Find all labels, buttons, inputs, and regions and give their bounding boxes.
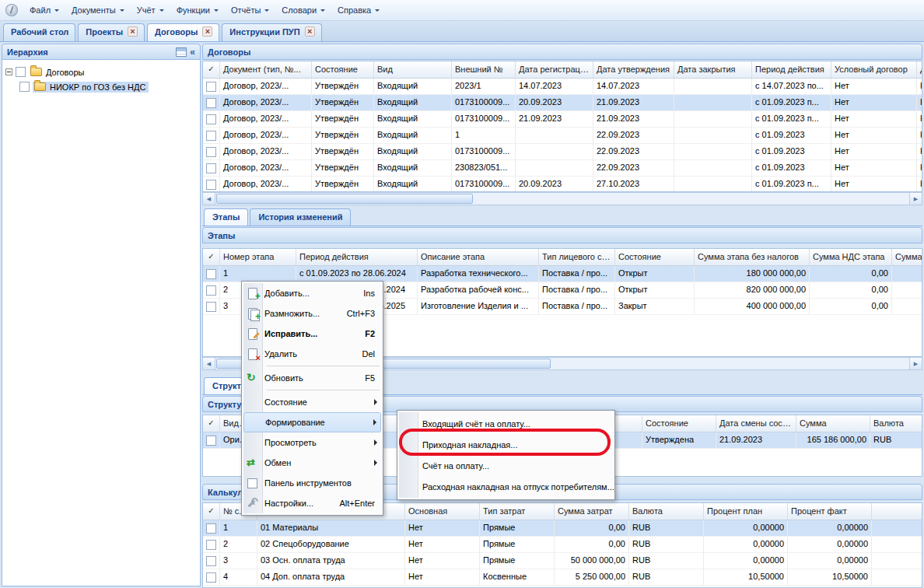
column-header[interactable]: Процент факт [788, 503, 872, 520]
row-checkbox[interactable] [206, 82, 216, 92]
column-header[interactable]: Условный договор [831, 61, 917, 78]
collapse-panel-icon[interactable]: « [190, 47, 195, 57]
row-checkbox[interactable] [206, 556, 216, 566]
column-header[interactable]: Дата регистрации [516, 61, 593, 78]
menu-item-add[interactable]: + Добавить... Ins [243, 283, 381, 303]
column-header[interactable]: Период действия [752, 61, 831, 78]
scroll-right-icon[interactable]: ▶ [909, 193, 922, 205]
tab-stages[interactable]: Этапы [204, 208, 248, 226]
menubar-item[interactable]: Документы [65, 2, 131, 18]
row-checkbox[interactable] [206, 302, 216, 312]
column-header[interactable]: Основная [405, 503, 480, 520]
row-checkbox[interactable] [206, 98, 216, 108]
column-header[interactable]: Дата смены состоя [716, 415, 796, 432]
row-checkbox[interactable] [206, 436, 216, 446]
row-checkbox[interactable] [206, 147, 216, 157]
menu-item-delete[interactable]: × Удалить Del [243, 344, 381, 364]
column-header[interactable]: Период действия [296, 249, 418, 265]
menubar-item[interactable]: Функции [170, 2, 225, 18]
select-all-header[interactable]: ✓ [203, 503, 220, 520]
submenu-item-payment-invoice[interactable]: Счёт на оплату... [399, 455, 613, 476]
row-checkbox[interactable] [206, 163, 216, 173]
tree-checkbox[interactable] [16, 67, 26, 77]
table-row[interactable]: 1с 01.09.2023 по 28.06.2024Разработка те… [203, 266, 922, 282]
column-header[interactable]: Валюта [870, 415, 922, 432]
menu-item-settings[interactable]: Настройки... Alt+Enter [243, 493, 381, 513]
table-row[interactable]: Договор, 2023/...УтверждёнВходящий017310… [203, 177, 922, 192]
close-icon[interactable]: × [305, 26, 315, 37]
row-checkbox[interactable] [206, 114, 216, 124]
menu-item-exchange[interactable]: Обмен [243, 453, 381, 473]
column-header[interactable]: Дата закрытия [674, 61, 752, 78]
close-icon[interactable]: × [202, 26, 212, 37]
tree-node[interactable]: НИОКР по ГОЗ без НДС [33, 82, 149, 93]
column-header[interactable] [872, 503, 922, 520]
scroll-left-icon[interactable]: ◀ [203, 193, 215, 205]
workspace-tab[interactable]: Инструкции ПУП× [222, 23, 321, 41]
table-row[interactable]: 303 Осн. оплата трудаНетПрямые50 000 000… [203, 553, 922, 569]
column-header[interactable]: Состояние [642, 415, 716, 432]
select-all-header[interactable]: ✓ [203, 415, 220, 432]
row-checkbox[interactable] [206, 131, 216, 141]
table-row[interactable]: Договор, 2023/...УтверждёнВходящий230823… [203, 160, 922, 177]
menu-item-state[interactable]: Состояние [243, 392, 381, 412]
submenu-item-outgoing-note[interactable]: Расходная накладная на отпуск потребител… [399, 476, 613, 497]
column-header[interactable]: Состояние [615, 249, 695, 265]
close-icon[interactable]: × [128, 26, 138, 37]
column-header[interactable]: Вид [374, 61, 452, 78]
select-all-header[interactable]: ✓ [203, 61, 220, 78]
column-header[interactable]: Процент план [704, 503, 788, 520]
column-header[interactable]: Дата утверждения [593, 61, 674, 78]
table-row[interactable]: Договор, 2023/...УтверждёнВходящий017310… [203, 111, 922, 128]
table-row[interactable]: Договор, 2023/...УтверждёнВходящий017310… [203, 144, 922, 160]
row-checkbox[interactable] [206, 269, 216, 279]
table-row[interactable]: Договор, 2023/...УтверждёнВходящий122.09… [203, 128, 922, 144]
column-header[interactable]: Валюта [629, 503, 704, 520]
menu-item-edit[interactable]: Исправить... F2 [243, 324, 381, 344]
workspace-tab[interactable]: Договоры× [147, 23, 219, 41]
column-header[interactable]: Номер этапа [220, 249, 296, 265]
column-header[interactable]: Сумма этапа без налогов [695, 249, 810, 265]
tree-node[interactable]: Договоры [29, 67, 87, 78]
column-header[interactable]: Состояние [312, 61, 374, 78]
menubar-item[interactable]: Отчёты [225, 2, 275, 18]
menu-item-view[interactable]: Просмотреть [243, 432, 381, 453]
column-header[interactable]: Сумма затрат [555, 503, 629, 520]
workspace-tab[interactable]: Рабочий стол [3, 23, 75, 41]
column-header[interactable]: Документ (тип, №... [220, 61, 312, 78]
menubar-item[interactable]: Словари [275, 2, 331, 18]
menu-item-duplicate[interactable]: + Размножить... Ctrl+F3 [243, 303, 381, 324]
column-header[interactable]: Описание этапа [418, 249, 539, 265]
column-header[interactable]: Сумма НДС этапа [810, 249, 892, 265]
menubar-item[interactable]: Справка [331, 2, 386, 18]
menu-item-toolbar[interactable]: Панель инструментов [243, 473, 381, 493]
column-header[interactable]: Внешний № [452, 61, 516, 78]
submenu-item-incoming-invoice[interactable]: Входящий счёт на оплату... [399, 413, 613, 434]
tree-expander-icon[interactable] [5, 68, 12, 75]
menu-item-formation[interactable]: Формирование [243, 412, 381, 432]
menu-item-refresh[interactable]: Обновить F5 [243, 368, 381, 388]
row-checkbox[interactable] [206, 285, 216, 296]
column-header[interactable]: Сумма э... [892, 249, 922, 265]
tab-change-history[interactable]: История изменений [250, 208, 351, 226]
tree-item[interactable]: Договоры [2, 65, 200, 79]
tree-item[interactable]: НИОКР по ГОЗ без НДС [2, 79, 200, 94]
submenu-item-receipt-note[interactable]: Приходная накладная... [399, 434, 613, 455]
scroll-right-icon[interactable]: ▶ [909, 358, 922, 369]
table-row[interactable]: 404 Доп. оплата трудаНетКосвенные5 250 0… [203, 569, 922, 586]
column-header[interactable]: До... [917, 61, 922, 78]
tree-checkbox[interactable] [19, 82, 30, 92]
contracts-hscrollbar[interactable]: ◀ ▶ [202, 192, 922, 205]
menubar-item[interactable]: Файл [23, 2, 65, 18]
column-header[interactable]: Тип затрат [480, 503, 555, 520]
row-checkbox[interactable] [206, 572, 216, 583]
table-row[interactable]: Договор, 2023/...УтверждёнВходящий2023/1… [203, 79, 922, 95]
scroll-left-icon[interactable]: ◀ [203, 358, 215, 369]
row-checkbox[interactable] [206, 540, 216, 550]
row-checkbox[interactable] [206, 523, 216, 534]
row-checkbox[interactable] [206, 180, 216, 190]
menubar-item[interactable]: Учёт [131, 2, 170, 18]
hierarchy-view-icon[interactable] [176, 47, 187, 57]
workspace-tab[interactable]: Проекты× [78, 23, 145, 41]
scroll-thumb[interactable] [216, 194, 473, 204]
